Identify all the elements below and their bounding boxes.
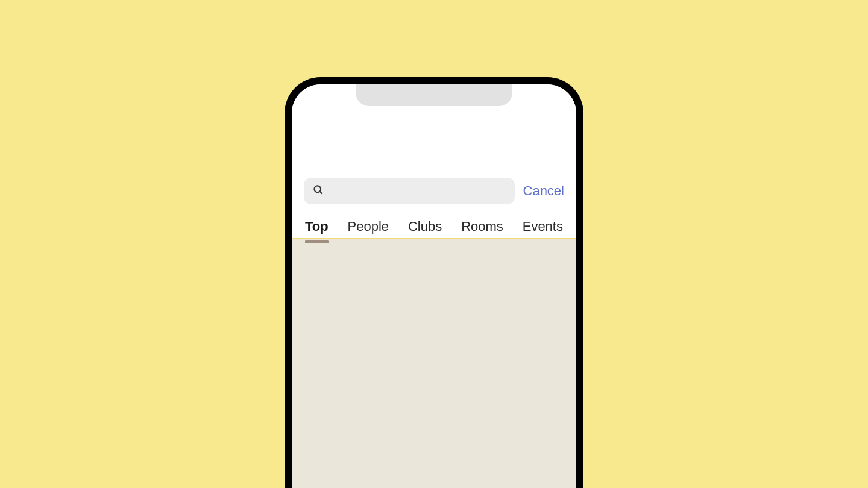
tab-rooms[interactable]: Rooms bbox=[461, 219, 503, 234]
phone-screen: Cancel Top People Clubs Rooms Events bbox=[292, 84, 576, 488]
tab-events[interactable]: Events bbox=[523, 219, 563, 234]
phone-notch bbox=[356, 84, 512, 106]
tab-clubs[interactable]: Clubs bbox=[408, 219, 442, 234]
tab-top[interactable]: Top bbox=[305, 219, 329, 234]
tab-people[interactable]: People bbox=[348, 219, 389, 234]
phone-frame: Cancel Top People Clubs Rooms Events bbox=[285, 77, 583, 488]
svg-point-0 bbox=[314, 186, 321, 192]
cancel-button[interactable]: Cancel bbox=[523, 183, 564, 199]
search-input[interactable] bbox=[304, 178, 515, 204]
svg-line-1 bbox=[320, 192, 322, 194]
results-area bbox=[292, 239, 576, 488]
search-row: Cancel bbox=[292, 178, 576, 204]
tabs-bar: Top People Clubs Rooms Events bbox=[292, 215, 576, 239]
search-icon bbox=[312, 184, 324, 198]
